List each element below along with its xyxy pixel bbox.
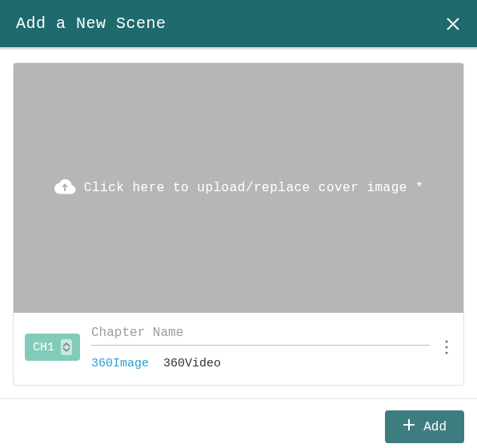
- svg-point-4: [445, 351, 447, 354]
- plus-icon: [403, 418, 415, 435]
- svg-point-2: [445, 340, 447, 342]
- card-body: CH1 360Image 360Video: [14, 313, 463, 385]
- chapter-name-input[interactable]: [91, 324, 430, 346]
- svg-point-3: [445, 346, 447, 348]
- middle-column: 360Image 360Video: [91, 324, 430, 370]
- cloud-upload-icon: [54, 178, 76, 198]
- scene-type-options: 360Image 360Video: [91, 357, 430, 370]
- type-option-360video[interactable]: 360Video: [163, 357, 221, 370]
- dialog-title: Add a New Scene: [16, 14, 166, 33]
- scene-card: Click here to upload/replace cover image…: [13, 62, 464, 386]
- add-button-label: Add: [423, 420, 447, 434]
- close-icon[interactable]: [445, 16, 461, 32]
- type-option-360image[interactable]: 360Image: [91, 357, 149, 370]
- upload-text: Click here to upload/replace cover image…: [84, 181, 423, 195]
- chevron-up-down-icon: [61, 339, 72, 355]
- dialog-footer: Add: [0, 398, 477, 448]
- dialog-content: Click here to upload/replace cover image…: [0, 50, 477, 398]
- dialog-header: Add a New Scene: [0, 0, 477, 50]
- add-scene-dialog: Add a New Scene Click here to upload/rep…: [0, 0, 477, 448]
- chapter-select-value: CH1: [33, 341, 54, 354]
- chapter-select[interactable]: CH1: [25, 334, 80, 361]
- cover-image-upload[interactable]: Click here to upload/replace cover image…: [14, 63, 463, 313]
- add-button[interactable]: Add: [385, 410, 464, 443]
- more-vertical-icon[interactable]: [441, 336, 452, 358]
